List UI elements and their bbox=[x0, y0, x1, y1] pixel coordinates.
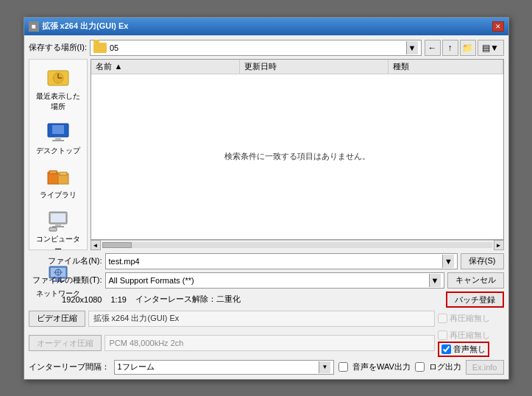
view-button[interactable]: ▤▼ bbox=[478, 40, 504, 56]
svg-rect-5 bbox=[52, 125, 64, 134]
sidebar-label-desktop: デスクトップ bbox=[36, 146, 80, 156]
batch-button[interactable]: バッチ登録 bbox=[446, 291, 504, 308]
sidebar-label-recent: 最近表示した場所 bbox=[34, 91, 82, 112]
computer-icon bbox=[46, 209, 70, 233]
sidebar-item-desktop[interactable]: デスクトップ bbox=[32, 117, 85, 160]
filename-combo[interactable]: test.mp4 ▼ bbox=[105, 253, 458, 269]
sidebar-item-library[interactable]: ライブラリ bbox=[32, 161, 85, 204]
log-output-checkbox[interactable] bbox=[415, 362, 425, 372]
main-window: ■ 拡張 x264 出力(GUI) Ex ✕ 保存する場所(I): 05 ▼ ←… bbox=[24, 17, 509, 380]
svg-rect-17 bbox=[50, 228, 56, 230]
back-button[interactable]: ← bbox=[425, 40, 441, 56]
filetype-combo[interactable]: All Support Formats (**) ▼ bbox=[105, 272, 444, 289]
no-audio-checkbox-highlighted: 音声無し bbox=[438, 342, 489, 357]
desktop-icon bbox=[46, 121, 70, 144]
video-compress-value: 拡張 x264 出力(GUI) Ex bbox=[88, 311, 435, 327]
recompress1-checkbox[interactable] bbox=[438, 314, 447, 323]
audio-compress-row: オーディオ圧縮 PCM 48,000kHz 2ch 再圧縮無し 音声無し bbox=[29, 330, 504, 357]
audio-compress-button[interactable]: オーディオ圧縮 bbox=[29, 335, 102, 351]
svg-rect-7 bbox=[52, 140, 64, 141]
folder-icon bbox=[93, 43, 107, 53]
filetype-combo-arrow[interactable]: ▼ bbox=[429, 274, 441, 287]
sidebar-label-computer: コンピューター bbox=[34, 234, 82, 255]
recompress1-label: 再圧縮無し bbox=[450, 313, 490, 324]
col-date-header[interactable]: 更新日時 bbox=[240, 60, 389, 74]
svg-rect-13 bbox=[51, 213, 65, 222]
filetype-label: ファイルの種類(T): bbox=[29, 275, 102, 286]
file-list-container: 名前 ▲ 更新日時 種類 検索条件に一致する項目はありません。 bbox=[91, 59, 504, 250]
window-icon: ■ bbox=[29, 21, 39, 32]
cancel-button[interactable]: キャンセル bbox=[447, 272, 504, 289]
interleave-label: インターリーブ間隔： bbox=[29, 361, 110, 372]
new-folder-button[interactable]: 📁 bbox=[460, 40, 476, 56]
title-bar-text: 拡張 x264 出力(GUI) Ex bbox=[42, 21, 129, 32]
library-icon bbox=[46, 165, 70, 188]
window-body: 保存する場所(I): 05 ▼ ← ↑ 📁 ▤▼ bbox=[24, 35, 508, 379]
wav-output-checkbox[interactable] bbox=[338, 362, 348, 372]
svg-rect-14 bbox=[55, 224, 61, 226]
recent-icon bbox=[46, 66, 70, 90]
content-area: 最近表示した場所 デスクトップ bbox=[29, 59, 504, 250]
up-button[interactable]: ↑ bbox=[442, 40, 458, 56]
ex-info-button[interactable]: Ex.info bbox=[466, 360, 504, 375]
file-list-body: 検索条件に一致する項目はありません。 bbox=[91, 74, 503, 239]
location-combo[interactable]: 05 ▼ bbox=[90, 40, 422, 56]
wav-output-label: 音声をWAV出力 bbox=[352, 361, 411, 372]
file-list[interactable]: 名前 ▲ 更新日時 種類 検索条件に一致する項目はありません。 bbox=[91, 59, 504, 240]
svg-rect-9 bbox=[49, 171, 57, 174]
location-combo-arrow[interactable]: ▼ bbox=[406, 41, 418, 54]
info-ratio: 1:19 bbox=[111, 295, 127, 304]
location-value: 05 bbox=[110, 43, 118, 52]
empty-message: 検索条件に一致する項目はありません。 bbox=[224, 151, 370, 162]
close-button[interactable]: ✕ bbox=[492, 21, 504, 32]
log-output-label: ログ出力 bbox=[429, 361, 461, 372]
filetype-value: All Support Formats (**) bbox=[109, 276, 194, 285]
filename-value: test.mp4 bbox=[109, 257, 140, 266]
video-compress-row: ビデオ圧縮 拡張 x264 出力(GUI) Ex 再圧縮無し bbox=[29, 311, 504, 327]
form-area: ファイル名(N): test.mp4 ▼ 保存(S) ファイルの種類(T): A… bbox=[29, 253, 504, 375]
filename-label: ファイル名(N): bbox=[29, 255, 102, 266]
interleave-row: インターリーブ間隔： 1フレーム ▼ 音声をWAV出力 ログ出力 Ex.info bbox=[29, 360, 504, 375]
interleave-combo-arrow[interactable]: ▼ bbox=[319, 361, 330, 373]
sidebar-label-library: ライブラリ bbox=[40, 190, 77, 200]
location-bar: 保存する場所(I): 05 ▼ ← ↑ 📁 ▤▼ bbox=[29, 40, 504, 56]
recompress2-checkbox[interactable] bbox=[438, 330, 447, 340]
audio-compress-value: PCM 48,000kHz 2ch bbox=[104, 335, 435, 351]
recompress1-checkbox-item: 再圧縮無し bbox=[438, 313, 490, 324]
filetype-row: ファイルの種類(T): All Support Formats (**) ▼ キ… bbox=[29, 272, 504, 289]
toolbar-buttons: ← ↑ 📁 ▤▼ bbox=[425, 40, 504, 56]
no-audio-checkbox[interactable] bbox=[441, 344, 451, 354]
recompress2-label: 再圧縮無し bbox=[450, 330, 490, 341]
interleave-value: 1フレーム bbox=[118, 361, 155, 372]
svg-rect-6 bbox=[55, 137, 61, 140]
interleave-combo[interactable]: 1フレーム ▼ bbox=[114, 360, 335, 375]
title-bar-controls: ✕ bbox=[492, 21, 504, 32]
title-bar: ■ 拡張 x264 出力(GUI) Ex ✕ bbox=[24, 18, 508, 35]
col-type-header[interactable]: 種類 bbox=[389, 60, 503, 74]
info-resolution: 1920x1080 bbox=[29, 295, 102, 304]
scroll-left-button[interactable]: ◄ bbox=[91, 240, 101, 250]
svg-rect-11 bbox=[60, 172, 67, 175]
info-deinterlace: インターレース解除：二重化 bbox=[135, 294, 443, 305]
info-row: 1920x1080 1:19 インターレース解除：二重化 バッチ登録 bbox=[29, 291, 504, 308]
scroll-track[interactable] bbox=[102, 242, 492, 248]
location-label: 保存する場所(I): bbox=[29, 42, 87, 53]
sidebar-item-recent[interactable]: 最近表示した場所 bbox=[32, 63, 85, 116]
save-button[interactable]: 保存(S) bbox=[461, 253, 504, 269]
col-name-header[interactable]: 名前 ▲ bbox=[91, 60, 240, 74]
no-audio-label: 音声無し bbox=[453, 344, 486, 355]
horizontal-scrollbar[interactable]: ◄ ► bbox=[91, 240, 504, 250]
video-compress-button[interactable]: ビデオ圧縮 bbox=[29, 311, 85, 327]
sidebar: 最近表示した場所 デスクトップ bbox=[29, 59, 88, 250]
recompress2-checkbox-item: 再圧縮無し bbox=[438, 330, 490, 341]
scroll-thumb[interactable] bbox=[102, 242, 132, 248]
filename-combo-arrow[interactable]: ▼ bbox=[442, 255, 454, 268]
filename-row: ファイル名(N): test.mp4 ▼ 保存(S) bbox=[29, 253, 504, 269]
scroll-right-button[interactable]: ► bbox=[494, 240, 504, 250]
sidebar-item-computer[interactable]: コンピューター bbox=[32, 205, 85, 258]
file-list-header: 名前 ▲ 更新日時 種類 bbox=[91, 60, 503, 74]
